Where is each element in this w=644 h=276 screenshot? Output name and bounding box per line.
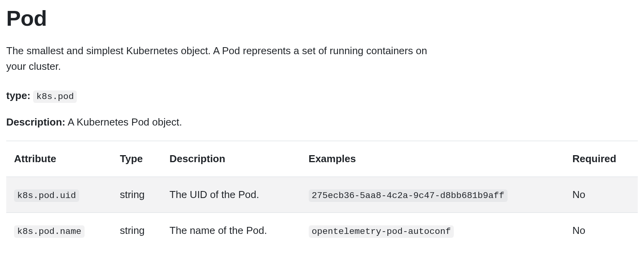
type-value: k8s.pod: [33, 90, 77, 103]
attributes-table: Attribute Type Description Examples Requ…: [6, 141, 638, 249]
attribute-code: k8s.pod.uid: [14, 189, 79, 202]
intro-paragraph: The smallest and simplest Kubernetes obj…: [6, 43, 435, 74]
cell-required: No: [564, 177, 638, 212]
description-label: Description:: [6, 116, 65, 128]
description-value: A Kubernetes Pod object.: [67, 116, 182, 128]
header-type: Type: [112, 141, 161, 177]
table-row: k8s.pod.uid string The UID of the Pod. 2…: [6, 177, 638, 212]
table-row: k8s.pod.name string The name of the Pod.…: [6, 212, 638, 248]
cell-type: string: [112, 177, 161, 212]
description-line: Description: A Kubernetes Pod object.: [6, 115, 638, 130]
cell-type: string: [112, 212, 161, 248]
cell-examples: opentelemetry-pod-autoconf: [301, 212, 565, 248]
document-container: Pod The smallest and simplest Kubernetes…: [6, 6, 638, 248]
header-required: Required: [564, 141, 638, 177]
type-label: type:: [6, 90, 30, 101]
type-line: type: k8s.pod: [6, 88, 638, 103]
cell-description: The UID of the Pod.: [162, 177, 301, 212]
page-title: Pod: [6, 6, 638, 30]
cell-required: No: [564, 212, 638, 248]
cell-attribute: k8s.pod.uid: [6, 177, 112, 212]
table-header-row: Attribute Type Description Examples Requ…: [6, 141, 638, 177]
cell-examples: 275ecb36-5aa8-4c2a-9c47-d8bb681b9aff: [301, 177, 565, 212]
cell-attribute: k8s.pod.name: [6, 212, 112, 248]
example-code: opentelemetry-pod-autoconf: [309, 225, 454, 238]
header-attribute: Attribute: [6, 141, 112, 177]
attribute-code: k8s.pod.name: [14, 225, 85, 238]
cell-description: The name of the Pod.: [162, 212, 301, 248]
header-description: Description: [162, 141, 301, 177]
header-examples: Examples: [301, 141, 565, 177]
example-code: 275ecb36-5aa8-4c2a-9c47-d8bb681b9aff: [309, 189, 508, 202]
